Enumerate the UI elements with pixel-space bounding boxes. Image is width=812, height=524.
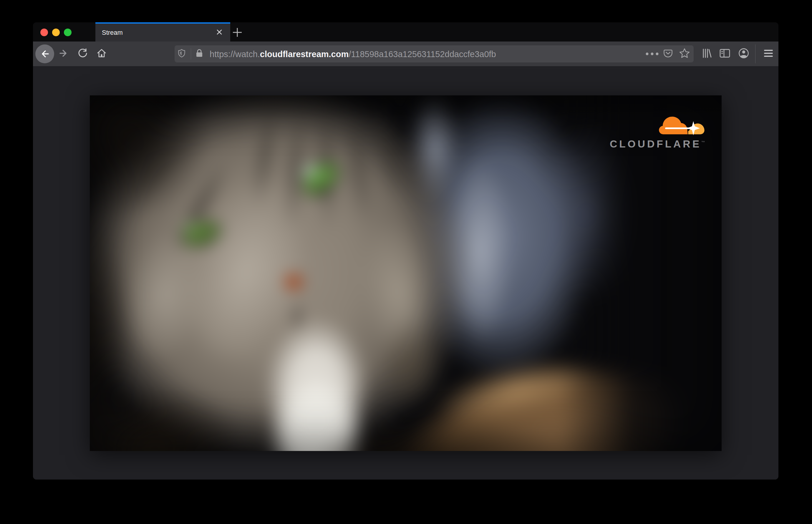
tab-bar: Stream (33, 22, 778, 42)
toolbar-separator (755, 45, 756, 63)
menu-button[interactable] (763, 49, 774, 59)
lock-icon[interactable] (195, 49, 204, 59)
cat-nose-core (287, 276, 300, 287)
cloudflare-wordmark: CLOUDFLARE™ (610, 138, 705, 150)
account-icon (738, 48, 749, 59)
library-icon (701, 48, 712, 59)
reload-button[interactable] (78, 48, 88, 60)
forward-arrow-icon (59, 48, 69, 58)
tab-stream[interactable]: Stream (95, 22, 230, 42)
video-player[interactable]: CLOUDFLARE™ (90, 95, 721, 451)
close-window-button[interactable] (40, 29, 48, 36)
new-tab-button[interactable] (231, 26, 244, 39)
sidebar-icon (719, 48, 730, 58)
pocket-icon[interactable] (663, 49, 673, 59)
desktop: { "tabbar": { "tab_title": "Stream", "ne… (0, 0, 812, 524)
url-text[interactable]: https://watch.cloudflarestream.com/11859… (210, 45, 496, 62)
back-arrow-icon (40, 49, 50, 59)
url-domain: cloudflarestream.com (260, 49, 348, 59)
navigation-toolbar: https://watch.cloudflarestream.com/11859… (33, 42, 778, 67)
page-actions-icon[interactable] (646, 53, 659, 55)
zoom-window-button[interactable] (64, 29, 71, 36)
sidebar-button[interactable] (719, 48, 730, 60)
address-bar[interactable]: https://watch.cloudflarestream.com/11859… (175, 45, 694, 62)
tracking-protection-shield-icon[interactable] (178, 49, 185, 59)
plus-icon (232, 27, 243, 38)
browser-window: Stream (33, 22, 778, 479)
tab-close-icon[interactable] (216, 29, 223, 35)
back-button[interactable] (35, 45, 54, 63)
library-button[interactable] (701, 48, 712, 60)
tab-title: Stream (102, 22, 123, 42)
cloudflare-cloud-icon (658, 112, 705, 135)
url-prefix: https://watch. (210, 49, 260, 59)
forward-button[interactable] (59, 48, 69, 60)
page-content: CLOUDFLARE™ (33, 67, 778, 479)
reload-icon (78, 48, 88, 59)
account-button[interactable] (738, 48, 749, 60)
bookmark-star-icon[interactable] (679, 48, 690, 60)
home-icon (96, 48, 107, 59)
traffic-lights (40, 29, 71, 36)
hamburger-icon (763, 49, 774, 58)
home-button[interactable] (96, 48, 107, 60)
minimize-window-button[interactable] (52, 29, 60, 36)
cloudflare-watermark: CLOUDFLARE™ (610, 112, 705, 150)
url-path: /118598a163a125631152ddaccfe3a0fb (348, 49, 496, 59)
